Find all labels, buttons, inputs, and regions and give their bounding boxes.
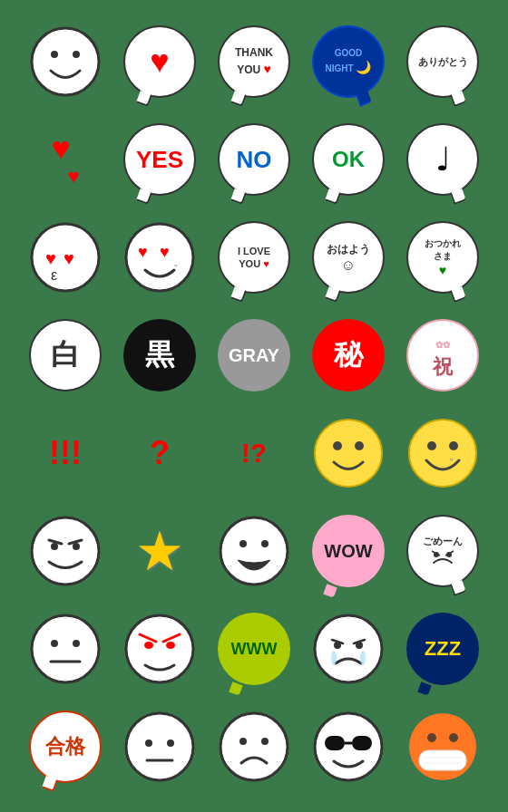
svg-point-50 (220, 713, 288, 780)
flat-face-icon (29, 613, 102, 685)
yellow-smiley-cell[interactable] (305, 410, 392, 497)
goukaku-bubble: 合格 (29, 710, 102, 783)
question-mark: ? (150, 434, 170, 472)
svg-point-43 (356, 642, 363, 649)
arigato-bubble-cell[interactable]: ありがとう (399, 18, 486, 105)
ohayou-bubble-cell[interactable]: おはよう ☺ (305, 214, 392, 301)
svg-point-59 (449, 733, 458, 742)
sly-face-icon (29, 515, 102, 587)
open-grin-icon (218, 515, 290, 587)
ok-bubble: OK (312, 123, 385, 196)
svg-point-47 (145, 740, 152, 747)
kuro-circle: 黒 (123, 319, 196, 392)
neutral-face-icon (123, 710, 196, 783)
iloveyou-bubble-cell[interactable]: I LOVE YOU ♥ (210, 214, 298, 301)
ok-bubble-cell[interactable]: OK (305, 116, 392, 203)
svg-text:♥: ♥ (64, 248, 74, 268)
mask-face-cell[interactable] (399, 703, 486, 790)
svg-text:": " (450, 458, 454, 468)
sad-face-icon (218, 710, 290, 783)
neutral-face-cell[interactable] (116, 703, 203, 790)
thankyou-text: THANK YOU ♥ (235, 46, 273, 77)
arigato-bubble: ありがとう (406, 25, 479, 98)
otsukaresama-bubble-cell[interactable]: おつかれ さま ♥ (399, 214, 486, 301)
heart-eyes-face-cell[interactable]: ♥ ♥ " (116, 214, 203, 301)
open-grin-cell[interactable] (210, 508, 298, 594)
kuro-circle-cell[interactable]: 黒 (116, 312, 203, 399)
svg-point-31 (51, 640, 58, 647)
svg-point-53 (315, 713, 382, 780)
svg-point-46 (126, 713, 193, 780)
yellow-grin-icon: " (406, 417, 479, 489)
svg-point-16 (449, 441, 458, 450)
thankyou-bubble: THANK YOU ♥ (218, 25, 290, 98)
svg-text:": " (174, 264, 178, 274)
svg-text:♥: ♥ (138, 243, 148, 261)
exclamation-marks: !!! (49, 434, 82, 472)
smiley-face-cell[interactable] (22, 18, 109, 105)
svg-rect-55 (352, 736, 372, 750)
two-hearts-cell[interactable]: ♥ ♥ (22, 116, 109, 203)
gray-circle: GRAY (218, 319, 290, 392)
svg-point-38 (166, 642, 175, 649)
music-note-bubble-cell[interactable]: ♩ (399, 116, 486, 203)
www-bubble: WWW (218, 613, 290, 685)
sunglasses-face-icon (312, 710, 385, 783)
heart-bubble-cell[interactable]: ♥ (116, 18, 203, 105)
gomeen-bubble: ごめーん (406, 515, 479, 587)
sad-face-cell[interactable] (210, 703, 298, 790)
yellow-grin-cell[interactable]: " (399, 410, 486, 497)
svg-point-48 (167, 740, 174, 747)
heart-face-left-cell[interactable]: ♥ ♥ ε (22, 214, 109, 301)
goodnight-bubble: GOOD NIGHT 🌙 (312, 25, 385, 98)
sad-cry-face-cell[interactable] (305, 605, 392, 692)
svg-point-15 (427, 441, 436, 450)
yes-bubble: YES (123, 123, 196, 196)
interrobang: !? (241, 438, 267, 469)
smiley-face-icon (29, 25, 102, 98)
svg-rect-60 (419, 750, 466, 770)
sakura-icon: ✿✿ (435, 340, 450, 350)
svg-point-23 (220, 517, 288, 585)
exclamation-cell[interactable]: !!! (22, 410, 109, 497)
hi-circle-cell[interactable]: 秘 (305, 312, 392, 399)
svg-point-13 (355, 441, 364, 450)
interrobang-cell[interactable]: !? (210, 410, 298, 497)
flat-face-cell[interactable] (22, 605, 109, 692)
www-bubble-cell[interactable]: WWW (210, 605, 298, 692)
svg-point-14 (409, 420, 476, 487)
evil-face-cell[interactable] (116, 605, 203, 692)
yellow-star-cell[interactable]: ★ (116, 508, 203, 594)
goukaku-bubble-cell[interactable]: 合格 (22, 703, 109, 790)
gomeen-bubble-cell[interactable]: ごめーん (399, 508, 486, 594)
no-bubble: NO (218, 123, 290, 196)
ohayou-smiley: ☺ (341, 257, 356, 273)
svg-point-18 (32, 517, 99, 585)
shiro-circle-cell[interactable]: 白 (22, 312, 109, 399)
question-cell[interactable]: ? (116, 410, 203, 497)
music-note-icon: ♩ (435, 140, 451, 179)
wow-bubble: WOW (312, 515, 385, 587)
svg-point-45 (360, 651, 366, 665)
yellow-star-icon: ★ (135, 519, 184, 583)
sly-face-cell[interactable] (22, 508, 109, 594)
sad-cry-face-icon (312, 613, 385, 685)
heart-iloveyou: ♥ (263, 258, 269, 269)
svg-point-44 (331, 651, 337, 665)
ohayou-bubble: おはよう ☺ (312, 221, 385, 294)
iwai-circle-cell[interactable]: ✿✿ 祝 (399, 312, 486, 399)
thankyou-bubble-cell[interactable]: THANK YOU ♥ (210, 18, 298, 105)
no-bubble-cell[interactable]: NO (210, 116, 298, 203)
sunglasses-face-cell[interactable] (305, 703, 392, 790)
zzz-bubble-cell[interactable]: ZZZ (399, 605, 486, 692)
yes-bubble-cell[interactable]: YES (116, 116, 203, 203)
heart-bubble: ♥ (123, 25, 196, 98)
wow-bubble-cell[interactable]: WOW (305, 508, 392, 594)
heart-small: ♥ (264, 62, 271, 76)
green-heart-icon: ♥ (439, 263, 446, 277)
svg-text:♥: ♥ (160, 243, 170, 261)
svg-point-37 (144, 642, 153, 649)
goodnight-bubble-cell[interactable]: GOOD NIGHT 🌙 (305, 18, 392, 105)
gray-circle-cell[interactable]: GRAY (210, 312, 298, 399)
svg-point-58 (427, 733, 436, 742)
